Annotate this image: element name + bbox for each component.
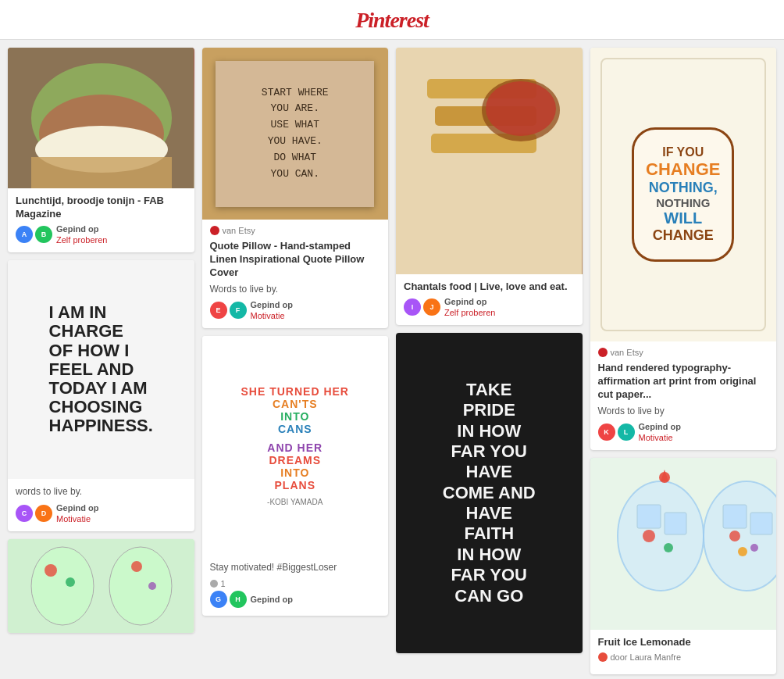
pin-chantals-image bbox=[396, 48, 583, 274]
pin-happiness-desc: words to live by. bbox=[16, 485, 187, 499]
column-2: START WHEREYOU ARE.USE WHATYOU HAVE.DO W… bbox=[202, 48, 389, 616]
svg-point-27 bbox=[729, 531, 740, 541]
pin-she-turned-repin: G H Gepind op bbox=[210, 591, 381, 608]
pin-typography-title: Hand rendered typography-affirmation art… bbox=[598, 362, 769, 402]
pin-fruit-ice[interactable]: Fruit Ice Lemonade door Laura Manfre bbox=[590, 458, 777, 674]
pin-drink-partial[interactable] bbox=[8, 539, 194, 633]
pin-she-turned-body: Stay motivated! #BiggestLoser 1 G H Gepi… bbox=[202, 555, 389, 616]
svg-point-28 bbox=[750, 544, 758, 552]
avatar-4: D bbox=[35, 505, 52, 522]
avatar-5: E bbox=[210, 302, 227, 319]
svg-point-31 bbox=[659, 472, 670, 483]
pin-chantals-body: Chantals food | Live, love and eat. I J … bbox=[396, 274, 583, 325]
svg-point-8 bbox=[45, 564, 57, 577]
pin-typography-repin: K L Gepind op Motivatie bbox=[598, 422, 769, 442]
avatar-3: C bbox=[16, 505, 33, 522]
svg-point-9 bbox=[66, 577, 75, 587]
pin-fruit-ice-title: Fruit Ice Lemonade bbox=[598, 636, 769, 649]
pin-pillow-repin: E F Gepind op Motivatie bbox=[210, 300, 381, 320]
pin-sandwich-body: Lunchtijd, broodje tonijn - FAB Magazine… bbox=[8, 188, 194, 252]
pin-typography-body: van Etsy Hand rendered typography-affirm… bbox=[590, 341, 777, 450]
pin-chantals-title: Chantals food | Live, love and eat. bbox=[404, 281, 575, 294]
avatar-11: K bbox=[598, 423, 615, 441]
napkin-inner: START WHEREYOU ARE.USE WHATYOU HAVE.DO W… bbox=[216, 61, 374, 207]
avatar-2: B bbox=[35, 226, 52, 243]
svg-rect-25 bbox=[723, 505, 747, 528]
avatar-7: G bbox=[210, 591, 227, 608]
svg-point-10 bbox=[131, 561, 142, 572]
pin-fruit-ice-source: door Laura Manfre bbox=[598, 652, 769, 662]
svg-point-19 bbox=[618, 481, 704, 591]
count-icon bbox=[210, 580, 218, 588]
site-header: Pinterest bbox=[0, 0, 784, 40]
pin-happiness-body: words to live by. C D Gepind op Motivati… bbox=[8, 479, 194, 531]
typo-inner-box: IF YOU CHANGE NOTHING, NOTHING WILL CHAN… bbox=[632, 127, 734, 262]
pin-pillow-desc: Words to live by. bbox=[210, 283, 381, 296]
pin-blackboard[interactable]: TAKEPRIDEIN HOWFAR YOUHAVECOME ANDHAVEFA… bbox=[396, 333, 583, 653]
repin-info-3: Gepind op Motivatie bbox=[251, 300, 293, 320]
svg-point-17 bbox=[486, 81, 556, 136]
avatar-6: F bbox=[230, 302, 247, 319]
pin-fruit-ice-body: Fruit Ice Lemonade door Laura Manfre bbox=[590, 630, 777, 674]
repin-info-4: Gepind op bbox=[251, 595, 293, 604]
svg-point-7 bbox=[109, 547, 172, 625]
pin-pillow-body: van Etsy Quote Pillow - Hand-stamped Lin… bbox=[202, 220, 389, 328]
svg-rect-22 bbox=[665, 513, 686, 534]
avatar-1: A bbox=[16, 226, 33, 243]
masonry-grid: Lunchtijd, broodje tonijn - FAB Magazine… bbox=[0, 40, 784, 679]
pin-happiness-repin: C D Gepind op Motivatie bbox=[16, 503, 187, 524]
pin-typography-image: IF YOU CHANGE NOTHING, NOTHING WILL CHAN… bbox=[600, 58, 767, 331]
pin-blackboard-image: TAKEPRIDEIN HOWFAR YOUHAVECOME ANDHAVEFA… bbox=[396, 333, 583, 653]
pin-chantals-food[interactable]: Chantals food | Live, love and eat. I J … bbox=[396, 48, 583, 325]
source-dot-red bbox=[598, 652, 608, 662]
pin-typography-desc: Words to live by bbox=[598, 405, 769, 418]
svg-point-11 bbox=[148, 582, 156, 590]
pin-she-turned-image: SHE TURNED HER CAN'TS INTO CANS AND HER … bbox=[202, 336, 389, 555]
avatar-12: L bbox=[618, 423, 635, 441]
pin-happiness-quote[interactable]: I AM INCHARGEOF HOW IFEEL ANDTODAY I AMC… bbox=[8, 260, 194, 531]
napkin-text-content: START WHEREYOU ARE.USE WHATYOU HAVE.DO W… bbox=[246, 70, 344, 198]
pin-she-turned[interactable]: SHE TURNED HER CAN'TS INTO CANS AND HER … bbox=[202, 336, 389, 616]
pin-napkin-image: START WHEREYOU ARE.USE WHATYOU HAVE.DO W… bbox=[202, 48, 389, 220]
pinterest-logo[interactable]: Pinterest bbox=[0, 8, 784, 33]
column-3: Chantals food | Live, love and eat. I J … bbox=[396, 48, 583, 653]
avatar-9: I bbox=[404, 298, 421, 316]
svg-rect-21 bbox=[637, 505, 661, 528]
pin-typography-source: van Etsy bbox=[598, 348, 769, 357]
pin-typography[interactable]: IF YOU CHANGE NOTHING, NOTHING WILL CHAN… bbox=[590, 48, 777, 450]
repin-info-5: Gepind op Zelf proberen bbox=[444, 297, 495, 317]
happiness-quote-text: I AM INCHARGEOF HOW IFEEL ANDTODAY I AMC… bbox=[49, 303, 153, 435]
pin-drink-partial-image bbox=[8, 539, 194, 633]
etsy-dot-2 bbox=[598, 348, 608, 357]
pin-quote-pillow[interactable]: START WHEREYOU ARE.USE WHATYOU HAVE.DO W… bbox=[202, 48, 389, 328]
pin-sandwich-repin: A B Gepind op Zelf proberen bbox=[16, 224, 187, 245]
pin-happiness-image: I AM INCHARGEOF HOW IFEEL ANDTODAY I AMC… bbox=[8, 260, 194, 479]
blackboard-text-content: TAKEPRIDEIN HOWFAR YOUHAVECOME ANDHAVEFA… bbox=[435, 372, 543, 614]
svg-rect-26 bbox=[750, 513, 772, 534]
pin-she-turned-count: 1 bbox=[210, 579, 381, 588]
svg-point-24 bbox=[664, 543, 673, 552]
pin-pillow-title: Quote Pillow - Hand-stamped Linen Inspir… bbox=[210, 240, 381, 280]
column-1: Lunchtijd, broodje tonijn - FAB Magazine… bbox=[8, 48, 194, 633]
column-4: IF YOU CHANGE NOTHING, NOTHING WILL CHAN… bbox=[590, 48, 777, 674]
svg-point-6 bbox=[31, 547, 94, 625]
svg-point-23 bbox=[643, 530, 655, 542]
avatar-8: H bbox=[230, 591, 247, 608]
svg-rect-4 bbox=[31, 157, 172, 188]
pin-chantals-repin: I J Gepind op Zelf proberen bbox=[404, 297, 575, 317]
repin-info-6: Gepind op Motivatie bbox=[639, 422, 681, 442]
pin-sandwich-title: Lunchtijd, broodje tonijn - FAB Magazine bbox=[16, 195, 187, 221]
pin-pillow-source: van Etsy bbox=[210, 226, 381, 235]
svg-point-29 bbox=[738, 547, 747, 556]
pin-fruit-ice-image bbox=[590, 458, 777, 630]
etsy-dot bbox=[210, 226, 219, 235]
repin-info-2: Gepind op Motivatie bbox=[56, 503, 98, 524]
pin-sandwich-image bbox=[8, 48, 194, 188]
pin-typography-image-wrap: IF YOU CHANGE NOTHING, NOTHING WILL CHAN… bbox=[590, 48, 777, 341]
repin-info-1: Gepind op Zelf proberen bbox=[56, 224, 107, 245]
avatar-10: J bbox=[423, 298, 440, 316]
pin-sandwich[interactable]: Lunchtijd, broodje tonijn - FAB Magazine… bbox=[8, 48, 194, 252]
pin-she-turned-desc: Stay motivated! #BiggestLoser bbox=[210, 561, 381, 574]
